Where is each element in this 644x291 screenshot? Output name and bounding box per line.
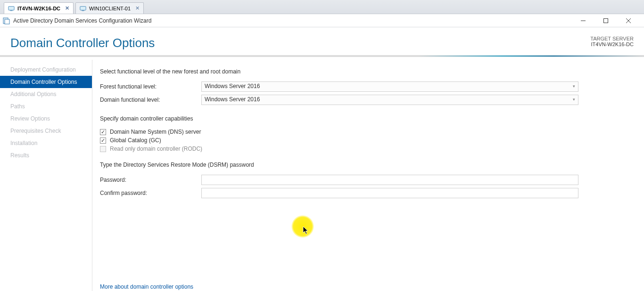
gc-checkbox-label: Global Catalog (GC) — [110, 137, 161, 144]
rodc-checkbox — [100, 146, 106, 152]
target-server-value: IT4VN-W2K16-DC — [590, 41, 634, 47]
cursor-icon — [303, 226, 309, 236]
vm-icon — [8, 5, 15, 12]
sidebar-item-dc-options[interactable]: Domain Controller Options — [0, 76, 92, 88]
sidebar-item-results[interactable]: Results — [0, 149, 92, 162]
chevron-down-icon: ▾ — [573, 97, 575, 102]
forest-level-value: Windows Server 2016 — [205, 83, 260, 89]
sidebar-item-deployment[interactable]: Deployment Configuration — [0, 64, 92, 76]
confirm-password-label: Confirm password: — [100, 190, 201, 196]
header-area: Domain Controller Options TARGET SERVER … — [0, 27, 644, 55]
close-button[interactable] — [621, 16, 636, 25]
more-about-link[interactable]: More about domain controller options — [100, 283, 193, 290]
rodc-checkbox-row: Read only domain controller (RODC) — [100, 146, 634, 152]
confirm-password-row: Confirm password: — [100, 188, 634, 198]
password-row: Password: — [100, 175, 634, 185]
wizard-sidebar: Deployment Configuration Domain Controll… — [0, 60, 92, 291]
vm-tab-bar: IT4VN-W2K16-DC ✕ WIN10CLIENT-01 ✕ — [0, 0, 644, 14]
svg-rect-3 — [82, 10, 84, 11]
page-title: Domain Controller Options — [10, 36, 155, 50]
svg-rect-7 — [604, 18, 608, 23]
domain-level-value: Windows Server 2016 — [205, 96, 260, 103]
target-server-label: TARGET SERVER — [590, 36, 634, 41]
target-server-block: TARGET SERVER IT4VN-W2K16-DC — [590, 36, 634, 47]
gc-checkbox[interactable] — [100, 137, 106, 144]
sidebar-item-install[interactable]: Installation — [0, 137, 92, 149]
forest-level-row: Forest functional level: Windows Server … — [100, 81, 634, 92]
sidebar-item-additional[interactable]: Additional Options — [0, 88, 92, 100]
password-label: Password: — [100, 177, 201, 183]
dsrm-header: Type the Directory Services Restore Mode… — [100, 162, 634, 168]
svg-rect-1 — [10, 10, 12, 11]
functional-level-header: Select functional level of the new fores… — [100, 68, 634, 75]
svg-rect-2 — [80, 6, 86, 10]
domain-level-select[interactable]: Windows Server 2016 ▾ — [201, 95, 578, 105]
svg-rect-5 — [5, 19, 9, 24]
sidebar-item-review[interactable]: Review Options — [0, 113, 92, 125]
chevron-down-icon: ▾ — [573, 84, 575, 89]
tab-vm-2[interactable]: WIN10CLIENT-01 ✕ — [75, 2, 144, 14]
confirm-password-input[interactable] — [201, 188, 578, 198]
svg-rect-0 — [8, 6, 14, 10]
sidebar-item-paths[interactable]: Paths — [0, 100, 92, 113]
forest-level-select[interactable]: Windows Server 2016 ▾ — [201, 81, 578, 92]
dns-checkbox[interactable] — [100, 129, 106, 135]
vm-icon — [80, 5, 86, 12]
minimize-button[interactable] — [576, 16, 590, 25]
tab-label: WIN10CLIENT-01 — [89, 6, 131, 11]
sidebar-item-prereq[interactable]: Prerequisites Check — [0, 125, 92, 137]
main-area: Deployment Configuration Domain Controll… — [0, 57, 644, 291]
cursor-highlight — [291, 215, 314, 238]
tab-vm-1[interactable]: IT4VN-W2K16-DC ✕ — [4, 2, 74, 14]
capabilities-header: Specify domain controller capabilities — [100, 115, 634, 122]
content-panel: Select functional level of the new fores… — [92, 60, 644, 291]
close-icon[interactable]: ✕ — [135, 5, 140, 11]
close-icon[interactable]: ✕ — [65, 5, 69, 11]
dns-checkbox-label: Domain Name System (DNS) server — [110, 129, 201, 135]
window-title: Active Directory Domain Services Configu… — [13, 17, 151, 24]
wizard-icon — [3, 17, 10, 24]
window-controls — [576, 16, 641, 25]
dns-checkbox-row: Domain Name System (DNS) server — [100, 129, 634, 135]
maximize-button[interactable] — [599, 16, 613, 25]
domain-level-row: Domain functional level: Windows Server … — [100, 95, 634, 105]
domain-level-label: Domain functional level: — [100, 97, 201, 103]
forest-level-label: Forest functional level: — [100, 83, 201, 90]
password-input[interactable] — [201, 175, 578, 185]
rodc-checkbox-label: Read only domain controller (RODC) — [110, 146, 202, 152]
window-title-bar: Active Directory Domain Services Configu… — [0, 14, 644, 27]
gc-checkbox-row: Global Catalog (GC) — [100, 137, 634, 144]
tab-label: IT4VN-W2K16-DC — [17, 6, 60, 11]
